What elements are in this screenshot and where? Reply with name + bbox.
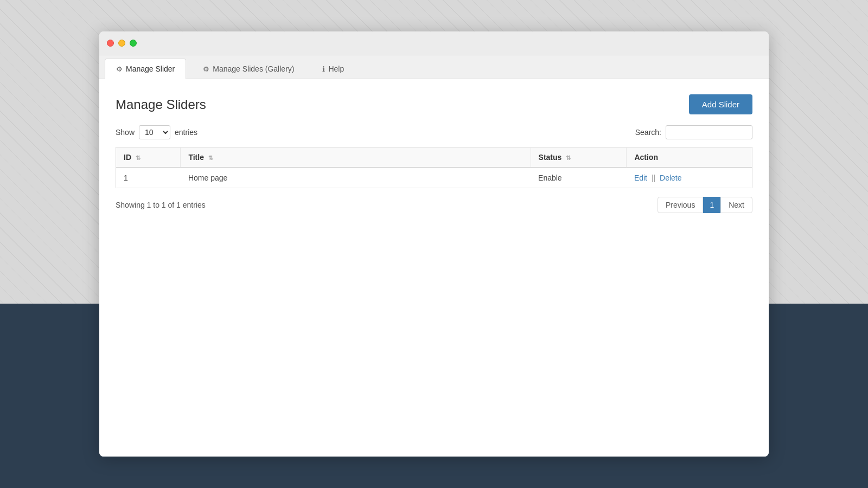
gear-icon: ⚙ (116, 65, 123, 73)
table-header-row: ID ⇅ Title ⇅ Status ⇅ Action (116, 147, 752, 168)
traffic-lights (107, 40, 137, 47)
tab-help-label: Help (328, 65, 344, 73)
table-footer: Showing 1 to 1 of 1 entries Previous 1 N… (116, 197, 752, 213)
app-window: ⚙ Manage Slider ⚙ Manage Slides (Gallery… (99, 31, 769, 457)
tab-manage-slides-label: Manage Slides (Gallery) (213, 65, 294, 73)
col-header-action: Action (627, 147, 752, 168)
edit-link[interactable]: Edit (634, 174, 647, 182)
col-title-label: Title (188, 153, 204, 162)
tab-help[interactable]: ℹ Help (311, 59, 355, 79)
col-id-label: ID (124, 153, 131, 162)
main-content: Manage Sliders Add Slider Show 10 25 50 … (99, 79, 769, 457)
title-bar (99, 31, 769, 55)
previous-button[interactable]: Previous (658, 197, 703, 213)
entries-label: entries (175, 128, 197, 137)
tab-manage-slider[interactable]: ⚙ Manage Slider (105, 59, 186, 79)
action-separator: || (652, 174, 655, 182)
info-icon: ℹ (322, 65, 325, 73)
showing-text: Showing 1 to 1 of 1 entries (116, 201, 206, 209)
gear-icon-2: ⚙ (203, 65, 209, 73)
tab-manage-slides[interactable]: ⚙ Manage Slides (Gallery) (192, 59, 305, 79)
maximize-button[interactable] (130, 40, 137, 47)
search-input[interactable] (666, 125, 752, 139)
tab-bar: ⚙ Manage Slider ⚙ Manage Slides (Gallery… (99, 55, 769, 79)
add-slider-button[interactable]: Add Slider (689, 94, 752, 114)
col-header-title[interactable]: Title ⇅ (181, 147, 531, 168)
current-page-number[interactable]: 1 (703, 197, 720, 213)
show-label: Show (116, 128, 135, 137)
content-header: Manage Sliders Add Slider (116, 94, 752, 114)
page-title: Manage Sliders (116, 97, 206, 112)
sort-icon-id: ⇅ (136, 155, 141, 162)
show-entries-control: Show 10 25 50 100 entries (116, 125, 197, 139)
pagination: Previous 1 Next (658, 197, 752, 213)
col-header-id[interactable]: ID ⇅ (116, 147, 181, 168)
table-controls: Show 10 25 50 100 entries Search: (116, 125, 752, 139)
tab-manage-slider-label: Manage Slider (126, 65, 175, 73)
sort-icon-status: ⇅ (566, 155, 571, 162)
col-action-label: Action (634, 153, 658, 162)
search-area: Search: (635, 125, 752, 139)
col-status-label: Status (539, 153, 562, 162)
cell-id: 1 (116, 168, 181, 188)
sort-icon-title: ⇅ (208, 155, 213, 162)
entries-select[interactable]: 10 25 50 100 (139, 125, 170, 139)
delete-link[interactable]: Delete (660, 174, 681, 182)
close-button[interactable] (107, 40, 114, 47)
minimize-button[interactable] (118, 40, 125, 47)
data-table: ID ⇅ Title ⇅ Status ⇅ Action (116, 147, 752, 188)
search-label: Search: (635, 128, 661, 137)
col-header-status[interactable]: Status ⇅ (531, 147, 627, 168)
cell-action: Edit || Delete (627, 168, 752, 188)
table-row: 1 Home page Enable Edit || Delete (116, 168, 752, 188)
cell-title: Home page (181, 168, 531, 188)
next-button[interactable]: Next (720, 197, 752, 213)
cell-status: Enable (531, 168, 627, 188)
